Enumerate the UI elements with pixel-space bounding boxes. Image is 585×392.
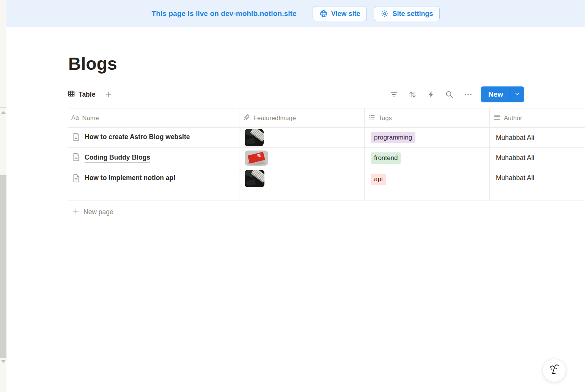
- search-icon[interactable]: [445, 90, 453, 99]
- page-title-link[interactable]: How to implement notion api: [85, 174, 175, 183]
- row-title-cell[interactable]: How to implement notion api: [68, 168, 239, 201]
- live-site-banner: This page is live on dev-mohib.notion.si…: [6, 0, 585, 27]
- live-site-message: This page is live on dev-mohib.notion.si…: [152, 9, 297, 18]
- author-value: Muhabbat Ali: [496, 174, 534, 182]
- tags-cell[interactable]: programming: [365, 128, 490, 147]
- paperclip-icon: [243, 114, 250, 122]
- tags-cell[interactable]: frontend: [365, 148, 490, 168]
- gear-icon: [381, 9, 389, 18]
- scrollbar-thumb[interactable]: [0, 175, 6, 358]
- row-title-cell[interactable]: How to create Astro Blog website: [68, 128, 239, 147]
- bulleted-list-icon: [368, 114, 376, 122]
- page-document-icon: [72, 133, 80, 143]
- new-button-group: New: [481, 86, 524, 102]
- notion-face-icon: [548, 363, 560, 378]
- tag-badge[interactable]: api: [371, 174, 386, 185]
- tag-badge[interactable]: programming: [371, 132, 415, 143]
- page-document-icon: [72, 174, 80, 184]
- table-row: How to implement notion api api: [68, 168, 585, 201]
- tag-badge[interactable]: frontend: [371, 152, 401, 164]
- column-header-author[interactable]: Author: [490, 108, 585, 127]
- new-button-label: New: [488, 90, 503, 99]
- globe-icon: [319, 9, 328, 18]
- column-header-featuredimage[interactable]: FeaturedImage: [239, 108, 365, 127]
- featured-image-cell[interactable]: [239, 128, 365, 147]
- column-header-name[interactable]: Aa Name: [68, 108, 239, 127]
- made-with-notion-button[interactable]: [543, 359, 566, 382]
- table-view-icon: [68, 90, 75, 99]
- filter-icon[interactable]: [390, 90, 398, 99]
- featured-image-thumbnail: [245, 129, 264, 146]
- blogs-database-table: Aa Name FeaturedImage Tags: [68, 108, 585, 223]
- scrollbar-up-arrow-icon[interactable]: [1, 111, 6, 114]
- automation-bolt-icon[interactable]: [427, 90, 435, 99]
- featured-image-thumbnail: [245, 170, 264, 187]
- new-page-button[interactable]: New page: [68, 201, 585, 223]
- author-value: Muhabbat Ali: [496, 134, 534, 142]
- chevron-down-icon: [514, 91, 520, 98]
- text-lines-icon: [494, 114, 501, 122]
- view-site-label: View site: [331, 10, 360, 18]
- view-site-button[interactable]: View site: [313, 6, 367, 21]
- text-style-aa-icon: Aa: [71, 114, 79, 121]
- new-button[interactable]: New: [481, 86, 510, 102]
- column-label: FeaturedImage: [253, 114, 296, 122]
- featured-image-thumbnail: [245, 151, 268, 166]
- new-dropdown-button[interactable]: [510, 86, 524, 102]
- plus-icon: [72, 207, 80, 217]
- site-settings-button[interactable]: Site settings: [374, 6, 440, 21]
- site-settings-label: Site settings: [392, 10, 433, 18]
- left-strip-divider: [0, 107, 6, 108]
- new-page-label: New page: [83, 208, 113, 216]
- database-toolbar: Table: [68, 86, 524, 103]
- page-document-icon: [72, 153, 80, 163]
- scrollbar-down-arrow-icon[interactable]: [1, 360, 6, 363]
- author-cell[interactable]: Muhabbat Ali: [490, 148, 585, 168]
- add-view-icon[interactable]: [104, 90, 113, 99]
- row-title-cell[interactable]: Coding Buddy Blogs: [68, 148, 239, 168]
- table-header-row: Aa Name FeaturedImage Tags: [68, 108, 585, 128]
- table-view-label: Table: [79, 91, 95, 99]
- column-label: Tags: [379, 114, 392, 122]
- column-label: Name: [82, 114, 99, 122]
- featured-image-cell[interactable]: [239, 148, 365, 168]
- page-title-link[interactable]: Coding Buddy Blogs: [85, 154, 150, 163]
- featured-image-cell[interactable]: [239, 168, 365, 201]
- more-icon[interactable]: [464, 90, 473, 99]
- author-value: Muhabbat Ali: [496, 154, 534, 162]
- table-row: How to create Astro Blog website progra: [68, 128, 585, 148]
- author-cell[interactable]: Muhabbat Ali: [490, 168, 585, 201]
- column-header-tags[interactable]: Tags: [365, 108, 490, 127]
- tags-cell[interactable]: api: [365, 168, 490, 201]
- tab-table-view[interactable]: Table: [68, 90, 95, 99]
- page-title-link[interactable]: How to create Astro Blog website: [85, 133, 190, 142]
- author-cell[interactable]: Muhabbat Ali: [490, 128, 585, 147]
- column-label: Author: [504, 114, 522, 122]
- page-title: Blogs: [68, 53, 117, 74]
- table-row: Coding Buddy Blogs frontend Muhabb: [68, 148, 585, 168]
- sort-icon[interactable]: [408, 90, 417, 99]
